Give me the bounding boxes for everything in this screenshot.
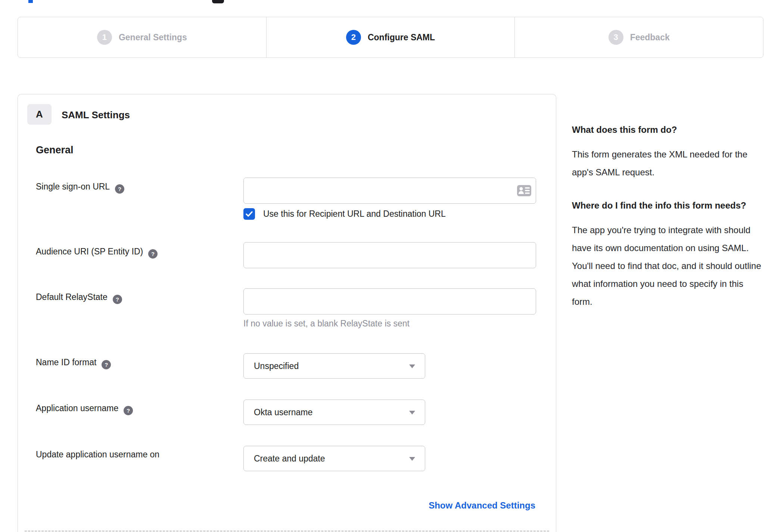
recipient-url-checkbox-label: Use this for Recipient URL and Destinati… [263, 209, 446, 219]
update-username-select[interactable]: Create and update [243, 446, 425, 471]
step-general-settings[interactable]: 1 General Settings [18, 17, 266, 57]
cutoff-logo-fragment [28, 0, 33, 3]
help-icon[interactable]: ? [113, 295, 122, 304]
help-icon[interactable]: ? [124, 406, 133, 415]
chevron-down-icon [409, 364, 415, 368]
recipient-url-checkbox[interactable] [243, 208, 255, 220]
step-number-badge: 3 [609, 30, 623, 45]
application-username-select[interactable]: Okta username [243, 400, 425, 425]
audience-uri-label: Audience URI (SP Entity ID)? [36, 247, 158, 259]
sso-url-label: Single sign-on URL? [36, 182, 124, 194]
help-sidebar: What does this form do? This form genera… [572, 121, 763, 326]
relay-state-hint: If no value is set, a blank RelayState i… [243, 319, 410, 329]
application-username-label: Application username? [36, 403, 133, 415]
chevron-down-icon [409, 457, 415, 461]
help-icon[interactable]: ? [148, 249, 158, 259]
contact-card-icon [517, 185, 532, 197]
step-label: Configure SAML [368, 32, 435, 43]
relay-state-input[interactable] [243, 288, 536, 314]
section-a-badge: A [27, 104, 52, 125]
sidebar-body-what: This form generates the XML needed for t… [572, 145, 763, 181]
selected-value: Unspecified [254, 361, 299, 371]
general-section-title: General [36, 144, 74, 156]
step-label: General Settings [119, 32, 187, 43]
panel-dashed-divider [25, 531, 549, 532]
cutoff-icon-fragment [212, 0, 224, 3]
selected-value: Create and update [254, 454, 325, 464]
sidebar-body-where: The app you're trying to integrate with … [572, 221, 763, 311]
sso-url-input[interactable] [243, 178, 536, 204]
name-id-format-label: Name ID format? [36, 357, 111, 369]
saml-settings-panel: A SAML Settings General Single sign-on U… [18, 94, 556, 532]
step-number-badge: 1 [97, 30, 112, 45]
step-number-badge: 2 [346, 30, 361, 45]
wizard-stepper: 1 General Settings 2 Configure SAML 3 Fe… [18, 17, 763, 58]
step-configure-saml[interactable]: 2 Configure SAML [266, 17, 515, 57]
name-id-format-select[interactable]: Unspecified [243, 353, 425, 379]
relay-state-label: Default RelayState? [36, 292, 122, 304]
panel-title: SAML Settings [62, 109, 130, 121]
checkmark-icon [246, 211, 253, 217]
sidebar-heading-where: Where do I find the info this form needs… [572, 197, 763, 214]
step-label: Feedback [630, 32, 670, 43]
show-advanced-settings-link[interactable]: Show Advanced Settings [429, 500, 535, 511]
update-username-label: Update application username on [36, 450, 159, 460]
chevron-down-icon [409, 411, 415, 414]
recipient-url-checkbox-row: Use this for Recipient URL and Destinati… [243, 208, 446, 220]
help-icon[interactable]: ? [102, 360, 111, 369]
sidebar-heading-what: What does this form do? [572, 121, 763, 138]
selected-value: Okta username [254, 407, 312, 417]
step-feedback[interactable]: 3 Feedback [514, 17, 763, 57]
help-icon[interactable]: ? [115, 184, 124, 194]
audience-uri-input[interactable] [243, 242, 536, 268]
